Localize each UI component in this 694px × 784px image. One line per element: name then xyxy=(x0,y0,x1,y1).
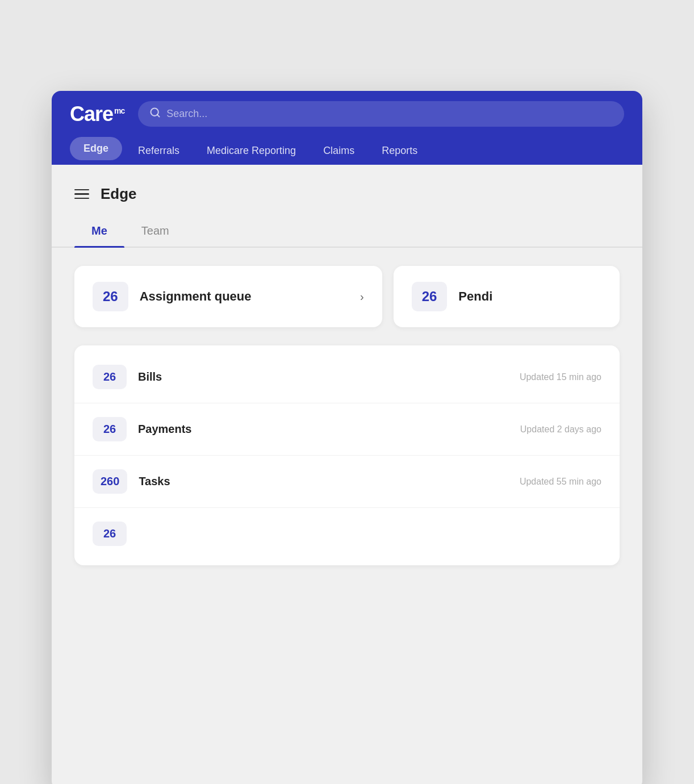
pending-label: Pendi xyxy=(458,289,492,304)
nav-tab-medicare[interactable]: Medicare Reporting xyxy=(195,137,307,165)
search-input[interactable] xyxy=(166,108,613,120)
cards-row: 26 Assignment queue › 26 Pendi xyxy=(52,248,642,345)
nav-tab-referrals[interactable]: Referrals xyxy=(127,137,191,165)
top-nav: Caremc Edge Referrals Medicare Reporting… xyxy=(52,91,642,165)
nav-tab-claims[interactable]: Claims xyxy=(312,137,366,165)
list-item-tasks[interactable]: 260 Tasks Updated 55 min ago xyxy=(74,456,620,508)
list-item-payments[interactable]: 26 Payments Updated 2 days ago xyxy=(74,403,620,456)
hamburger-menu-icon[interactable] xyxy=(74,189,89,199)
payments-updated: Updated 2 days ago xyxy=(520,424,601,435)
tasks-count: 260 xyxy=(93,469,127,494)
logo-sup: mc xyxy=(114,106,124,115)
assignment-queue-label: Assignment queue xyxy=(140,289,349,304)
bills-updated: Updated 15 min ago xyxy=(520,372,601,382)
tabs-container: Me Team xyxy=(52,216,642,248)
hamburger-line-1 xyxy=(74,189,89,191)
list-item-bills[interactable]: 26 Bills Updated 15 min ago xyxy=(74,351,620,403)
nav-tabs: Edge Referrals Medicare Reporting Claims… xyxy=(52,137,642,165)
payments-label: Payments xyxy=(138,423,509,436)
nav-tab-reports[interactable]: Reports xyxy=(370,137,429,165)
extra-count: 26 xyxy=(93,522,127,546)
nav-tab-edge[interactable]: Edge xyxy=(70,137,122,160)
bills-count: 26 xyxy=(93,365,127,389)
tasks-label: Tasks xyxy=(139,475,508,488)
logo-text: Care xyxy=(70,102,113,126)
main-content: Edge Me Team 26 Assignment queue › 26 Pe… xyxy=(52,165,642,784)
assignment-queue-count: 26 xyxy=(93,282,128,311)
list-item-extra[interactable]: 26 xyxy=(74,508,620,560)
app-logo: Caremc xyxy=(70,102,124,126)
payments-count: 26 xyxy=(93,417,127,441)
search-bar[interactable] xyxy=(138,101,624,127)
list-section: 26 Bills Updated 15 min ago 26 Payments … xyxy=(74,345,620,565)
svg-line-1 xyxy=(157,115,160,117)
tasks-updated: Updated 55 min ago xyxy=(520,477,601,487)
pending-count: 26 xyxy=(412,282,448,311)
pending-card[interactable]: 26 Pendi xyxy=(394,266,620,327)
page-title: Edge xyxy=(101,185,137,203)
assignment-queue-card[interactable]: 26 Assignment queue › xyxy=(74,266,382,327)
nav-header: Caremc xyxy=(52,91,642,137)
tab-team[interactable]: Team xyxy=(124,216,186,247)
page-header: Edge xyxy=(52,165,642,216)
bills-label: Bills xyxy=(138,370,508,383)
hamburger-line-2 xyxy=(74,193,89,195)
tab-me[interactable]: Me xyxy=(74,216,124,247)
browser-window: Caremc Edge Referrals Medicare Reporting… xyxy=(52,91,642,784)
hamburger-line-3 xyxy=(74,198,89,199)
assignment-queue-arrow: › xyxy=(360,290,364,303)
search-icon xyxy=(149,107,161,121)
